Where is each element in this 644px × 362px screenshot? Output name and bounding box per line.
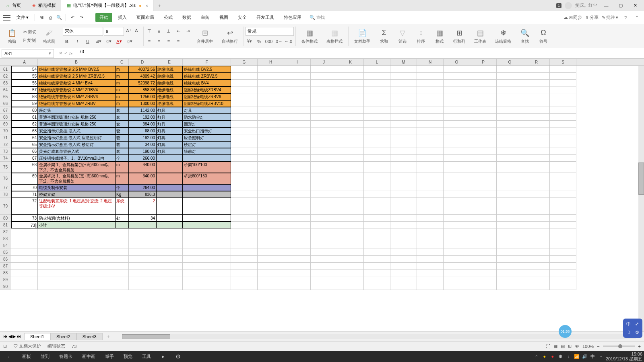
cell[interactable] <box>183 228 231 235</box>
clock-badge[interactable]: 01:58 <box>559 325 572 338</box>
cell[interactable] <box>523 173 550 184</box>
cell[interactable] <box>258 134 284 141</box>
cell[interactable] <box>444 198 470 215</box>
cell[interactable] <box>390 162 417 173</box>
tray-icon-5[interactable]: ▫ <box>598 353 604 360</box>
cell[interactable]: 绝缘电线穿管敷设 6 MM² ZRBV <box>38 100 115 107</box>
cell[interactable] <box>444 107 470 114</box>
cell[interactable] <box>311 121 337 128</box>
cell[interactable] <box>470 235 497 242</box>
ribbon-tab-1[interactable]: 插入 <box>114 13 131 22</box>
cell[interactable] <box>11 269 38 276</box>
cell[interactable] <box>444 173 470 184</box>
help-icon[interactable]: ? <box>621 14 630 22</box>
cell[interactable] <box>231 73 258 80</box>
row-header[interactable]: 76 <box>0 173 11 184</box>
cell[interactable] <box>129 228 156 235</box>
cell[interactable]: 压接铜接线端子。1、BV10mm2以内 <box>38 155 115 162</box>
cell[interactable] <box>156 184 183 191</box>
cell[interactable]: 2 <box>129 198 156 215</box>
col-header-G[interactable]: G <box>231 59 258 66</box>
cell[interactable] <box>550 228 576 235</box>
cell[interactable] <box>390 128 417 134</box>
cell[interactable] <box>497 198 523 215</box>
cell[interactable] <box>417 73 444 80</box>
cell[interactable] <box>284 269 311 276</box>
cell[interactable] <box>337 235 364 242</box>
cell[interactable] <box>231 107 258 114</box>
row-header[interactable]: 87 <box>0 263 11 269</box>
cell[interactable] <box>523 215 550 222</box>
col-header-A[interactable]: A <box>11 59 38 66</box>
cell[interactable] <box>231 141 258 148</box>
fw-moon-icon[interactable]: ☽ <box>625 329 632 336</box>
cell[interactable] <box>231 263 258 269</box>
cell[interactable] <box>550 73 576 80</box>
cell[interactable] <box>417 222 444 228</box>
cell[interactable]: 60 <box>11 107 38 114</box>
percent-icon[interactable]: % <box>255 37 263 45</box>
cell[interactable] <box>284 198 311 215</box>
cell[interactable]: 送配电装置系统; 1.电压类别:交流; 2.电压等级:1kV <box>38 198 115 215</box>
cell[interactable] <box>183 256 231 263</box>
cell[interactable] <box>550 198 576 215</box>
cell[interactable] <box>311 191 337 198</box>
cell[interactable]: 个 <box>115 184 129 191</box>
cell[interactable]: 836.3 <box>129 191 156 198</box>
cell[interactable] <box>337 269 364 276</box>
cell[interactable]: 72 <box>11 198 38 215</box>
cell[interactable] <box>311 276 337 283</box>
cell[interactable] <box>183 191 231 198</box>
row-header[interactable]: 71 <box>0 134 11 141</box>
decrease-font-icon[interactable]: A⁻ <box>134 27 142 35</box>
cell[interactable] <box>550 215 576 222</box>
cell[interactable]: 套 <box>115 128 129 134</box>
bb-item[interactable]: 签到 <box>36 352 54 361</box>
zoom-in-icon[interactable]: + <box>638 344 641 349</box>
cell[interactable] <box>550 249 576 256</box>
cell[interactable] <box>337 276 364 283</box>
cell[interactable] <box>115 283 129 290</box>
fill-color-icon[interactable]: ◇▾ <box>105 37 113 45</box>
cell[interactable] <box>417 121 444 128</box>
cell[interactable]: 阻燃绝缘电线ZRBV6 <box>183 93 231 100</box>
cell[interactable] <box>258 215 284 222</box>
cell[interactable] <box>311 155 337 162</box>
bb-item[interactable]: 工具 <box>137 352 156 361</box>
cell[interactable]: m <box>115 73 129 80</box>
col-header-K[interactable]: K <box>337 59 364 66</box>
cell[interactable] <box>390 269 417 276</box>
cell[interactable] <box>444 93 470 100</box>
zoom-slider[interactable] <box>603 346 635 347</box>
col-header-E[interactable]: E <box>156 59 183 66</box>
cell[interactable] <box>390 198 417 215</box>
add-sheet-button[interactable]: + <box>103 333 114 341</box>
cell[interactable] <box>284 80 311 86</box>
cell[interactable]: 73| <box>11 222 38 228</box>
cell[interactable] <box>284 173 311 184</box>
row-header[interactable]: 89 <box>0 276 11 283</box>
col-header-I[interactable]: I <box>284 59 311 66</box>
cell[interactable] <box>156 256 183 263</box>
ribbon-tab-6[interactable]: 视图 <box>215 13 232 22</box>
cell[interactable] <box>231 128 258 134</box>
cell[interactable]: Kg <box>115 191 129 198</box>
bb-power-icon[interactable]: ⏻ <box>171 352 185 360</box>
cell[interactable]: m <box>115 66 129 73</box>
cell[interactable]: 小计 <box>38 222 115 228</box>
cell[interactable] <box>284 283 311 290</box>
cell[interactable] <box>337 107 364 114</box>
cut-button[interactable]: ✂剪切 <box>22 28 38 36</box>
cell[interactable] <box>311 283 337 290</box>
cell[interactable] <box>311 228 337 235</box>
ribbon-tab-9[interactable]: 特色应用 <box>280 13 305 22</box>
align-middle-icon[interactable]: ≡ <box>155 27 163 35</box>
cell[interactable] <box>364 249 390 256</box>
cell[interactable] <box>497 222 523 228</box>
cell[interactable]: 桥架600*150 <box>183 173 231 184</box>
cell[interactable] <box>337 249 364 256</box>
cell[interactable] <box>390 235 417 242</box>
cell[interactable] <box>444 222 470 228</box>
cell[interactable] <box>258 198 284 215</box>
cell[interactable] <box>284 73 311 80</box>
